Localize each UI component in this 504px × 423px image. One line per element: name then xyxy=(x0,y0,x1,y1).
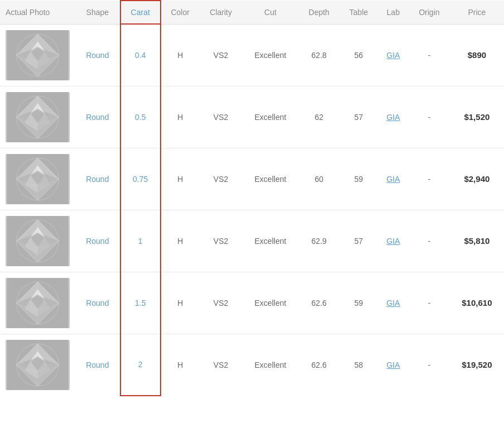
shape-cell: Round xyxy=(75,272,120,334)
cut-cell: Excellent xyxy=(243,334,299,396)
color-cell: H xyxy=(161,86,200,148)
price-cell: $19,520 xyxy=(450,334,504,396)
clarity-cell: VS2 xyxy=(200,148,243,210)
cut-cell: Excellent xyxy=(243,210,299,272)
table-row: Round 0.75 H VS2 Excellent 60 59 GIA - $… xyxy=(0,148,504,210)
lab-cell[interactable]: GIA xyxy=(378,24,409,86)
header-carat: Carat xyxy=(120,1,161,24)
depth-cell: 62.6 xyxy=(298,334,340,396)
header-table: Table xyxy=(340,1,377,24)
lab-cell[interactable]: GIA xyxy=(378,210,409,272)
header-price: Price xyxy=(450,1,504,24)
shape-cell: Round xyxy=(75,86,120,148)
price-cell: $2,940 xyxy=(450,148,504,210)
clarity-cell: VS2 xyxy=(200,272,243,334)
table-cell: 59 xyxy=(340,148,377,210)
photo-cell xyxy=(0,272,75,334)
price-cell: $5,810 xyxy=(450,210,504,272)
diamond-image xyxy=(6,216,70,266)
lab-cell[interactable]: GIA xyxy=(378,86,409,148)
table-row: Round 0.4 H VS2 Excellent 62.8 56 GIA - … xyxy=(0,24,504,86)
price-cell: $890 xyxy=(450,24,504,86)
shape-cell: Round xyxy=(75,148,120,210)
header-actual-photo: Actual Photo xyxy=(0,1,75,24)
shape-cell: Round xyxy=(75,334,120,396)
header-color: Color xyxy=(161,1,200,24)
diamond-image xyxy=(6,30,70,80)
color-cell: H xyxy=(161,334,200,396)
cut-cell: Excellent xyxy=(243,148,299,210)
carat-cell: 2 xyxy=(120,334,161,396)
price-cell: $1,520 xyxy=(450,86,504,148)
table-cell: 56 xyxy=(340,24,377,86)
table-row: Round 1 H VS2 Excellent 62.9 57 GIA - $5… xyxy=(0,210,504,272)
clarity-cell: VS2 xyxy=(200,210,243,272)
header-origin: Origin xyxy=(409,1,450,24)
lab-cell[interactable]: GIA xyxy=(378,334,409,396)
header-depth: Depth xyxy=(298,1,340,24)
clarity-cell: VS2 xyxy=(200,86,243,148)
carat-cell: 0.75 xyxy=(120,148,161,210)
table-cell: 59 xyxy=(340,272,377,334)
lab-cell[interactable]: GIA xyxy=(378,272,409,334)
header-lab: Lab xyxy=(378,1,409,24)
lab-cell[interactable]: GIA xyxy=(378,148,409,210)
depth-cell: 62 xyxy=(298,86,340,148)
header-cut: Cut xyxy=(243,1,299,24)
depth-cell: 60 xyxy=(298,148,340,210)
clarity-cell: VS2 xyxy=(200,334,243,396)
origin-cell: - xyxy=(409,24,450,86)
shape-cell: Round xyxy=(75,210,120,272)
diamond-image xyxy=(6,340,70,390)
cut-cell: Excellent xyxy=(243,86,299,148)
depth-cell: 62.6 xyxy=(298,272,340,334)
table-cell: 57 xyxy=(340,210,377,272)
carat-cell: 1.5 xyxy=(120,272,161,334)
table-header-row: Actual Photo Shape Carat Color Clarity C… xyxy=(0,1,504,24)
photo-cell xyxy=(0,86,75,148)
diamond-image xyxy=(6,92,70,142)
origin-cell: - xyxy=(409,148,450,210)
depth-cell: 62.8 xyxy=(298,24,340,86)
origin-cell: - xyxy=(409,210,450,272)
header-clarity: Clarity xyxy=(200,1,243,24)
depth-cell: 62.9 xyxy=(298,210,340,272)
photo-cell xyxy=(0,334,75,396)
carat-cell: 0.4 xyxy=(120,24,161,86)
color-cell: H xyxy=(161,210,200,272)
table-row: Round 0.5 H VS2 Excellent 62 57 GIA - $1… xyxy=(0,86,504,148)
color-cell: H xyxy=(161,24,200,86)
color-cell: H xyxy=(161,272,200,334)
price-cell: $10,610 xyxy=(450,272,504,334)
table-cell: 58 xyxy=(340,334,377,396)
diamond-image xyxy=(6,154,70,204)
carat-cell: 1 xyxy=(120,210,161,272)
origin-cell: - xyxy=(409,334,450,396)
header-shape: Shape xyxy=(75,1,120,24)
cut-cell: Excellent xyxy=(243,272,299,334)
table-row: Round 2 H VS2 Excellent 62.6 58 GIA - $1… xyxy=(0,334,504,396)
photo-cell xyxy=(0,24,75,86)
origin-cell: - xyxy=(409,86,450,148)
table-cell: 57 xyxy=(340,86,377,148)
shape-cell: Round xyxy=(75,24,120,86)
photo-cell xyxy=(0,148,75,210)
clarity-cell: VS2 xyxy=(200,24,243,86)
diamond-table: Actual Photo Shape Carat Color Clarity C… xyxy=(0,0,504,396)
color-cell: H xyxy=(161,148,200,210)
table-row: Round 1.5 H VS2 Excellent 62.6 59 GIA - … xyxy=(0,272,504,334)
cut-cell: Excellent xyxy=(243,24,299,86)
photo-cell xyxy=(0,210,75,272)
diamond-image xyxy=(6,278,70,328)
carat-cell: 0.5 xyxy=(120,86,161,148)
origin-cell: - xyxy=(409,272,450,334)
